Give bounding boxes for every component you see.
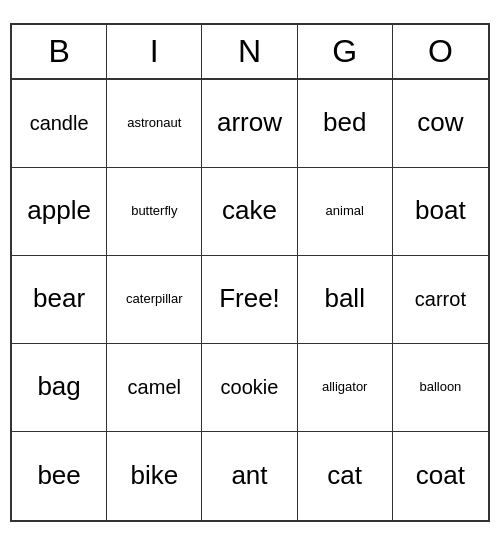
cell-text: boat <box>415 195 466 226</box>
bingo-cell: boat <box>393 168 488 256</box>
bingo-cell: apple <box>12 168 107 256</box>
cell-text: animal <box>326 203 364 219</box>
cell-text: carrot <box>415 287 466 311</box>
header-letter: N <box>202 25 297 78</box>
header-letter: B <box>12 25 107 78</box>
bingo-cell: alligator <box>298 344 393 432</box>
bingo-cell: ant <box>202 432 297 520</box>
cell-text: balloon <box>419 379 461 395</box>
bingo-cell: bear <box>12 256 107 344</box>
cell-text: alligator <box>322 379 368 395</box>
cell-text: caterpillar <box>126 291 182 307</box>
bingo-cell: balloon <box>393 344 488 432</box>
bingo-cell: coat <box>393 432 488 520</box>
bingo-cell: cow <box>393 80 488 168</box>
cell-text: arrow <box>217 107 282 138</box>
cell-text: cat <box>327 460 362 491</box>
bingo-cell: carrot <box>393 256 488 344</box>
cell-text: camel <box>128 375 181 399</box>
bingo-cell: astronaut <box>107 80 202 168</box>
cell-text: bed <box>323 107 366 138</box>
cell-text: butterfly <box>131 203 177 219</box>
cell-text: candle <box>30 111 89 135</box>
bingo-cell: butterfly <box>107 168 202 256</box>
cell-text: cookie <box>221 375 279 399</box>
cell-text: astronaut <box>127 115 181 131</box>
bingo-cell: bed <box>298 80 393 168</box>
cell-text: bear <box>33 283 85 314</box>
bingo-cell: animal <box>298 168 393 256</box>
bingo-cell: cookie <box>202 344 297 432</box>
cell-text: ball <box>324 283 364 314</box>
bingo-cell: ball <box>298 256 393 344</box>
cell-text: bike <box>130 460 178 491</box>
bingo-header: BINGO <box>12 25 488 80</box>
cell-text: bag <box>37 371 80 402</box>
bingo-cell: caterpillar <box>107 256 202 344</box>
header-letter: G <box>298 25 393 78</box>
cell-text: cow <box>417 107 463 138</box>
cell-text: cake <box>222 195 277 226</box>
bingo-cell: cat <box>298 432 393 520</box>
header-letter: I <box>107 25 202 78</box>
bingo-cell: Free! <box>202 256 297 344</box>
bingo-cell: bike <box>107 432 202 520</box>
bingo-card: BINGO candleastronautarrowbedcowapplebut… <box>10 23 490 522</box>
cell-text: bee <box>37 460 80 491</box>
header-letter: O <box>393 25 488 78</box>
cell-text: ant <box>231 460 267 491</box>
bingo-cell: cake <box>202 168 297 256</box>
cell-text: apple <box>27 195 91 226</box>
bingo-grid: candleastronautarrowbedcowapplebutterfly… <box>12 80 488 520</box>
bingo-cell: bee <box>12 432 107 520</box>
bingo-cell: camel <box>107 344 202 432</box>
cell-text: Free! <box>219 283 280 314</box>
cell-text: coat <box>416 460 465 491</box>
bingo-cell: bag <box>12 344 107 432</box>
bingo-cell: arrow <box>202 80 297 168</box>
bingo-cell: candle <box>12 80 107 168</box>
